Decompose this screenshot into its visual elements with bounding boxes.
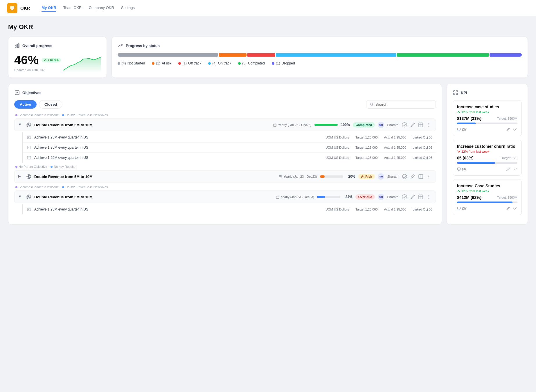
svg-rect-2 [15, 46, 16, 48]
legend-count: (1) [156, 61, 160, 65]
main-row: Objectives Active Closed Become a leader… [8, 84, 528, 225]
legend-label: Not Started [127, 61, 145, 65]
legend-row: (4) Not Started (1) At risk (1) Off trac… [118, 61, 522, 65]
breadcrumb-item: No Parent Objective [15, 165, 47, 168]
nav-company-okr[interactable]: Company OKR [89, 4, 114, 12]
kpi-title: KPI [461, 91, 467, 95]
comment-icon [457, 128, 461, 132]
tab-closed[interactable]: Closed [39, 100, 62, 109]
kr-actual: Actual 1,25,000 [384, 208, 406, 211]
kpi-item-2: Increase Case Studies 12% from last week… [453, 179, 522, 215]
objective-toggle[interactable]: ▼ [18, 122, 23, 127]
objective-period: Yearly (Jan 23 - Dec23) [273, 123, 311, 127]
svg-point-34 [429, 195, 429, 196]
kpi-item-title: Increase customer churn ratio [457, 144, 517, 149]
objective-progress-label: 20% [346, 175, 355, 179]
svg-point-26 [429, 176, 429, 177]
progress-strip [118, 53, 522, 57]
edit-action-icon[interactable] [409, 122, 416, 128]
kpi-comment: (3) [457, 128, 466, 132]
overall-progress-card: Overall progress 46% +16.3% Updated on 1… [8, 37, 107, 78]
progress-fill [320, 175, 325, 178]
trend-up-icon [44, 59, 47, 62]
kpi-target: Target: $500M [497, 196, 517, 199]
objective-progress-label: 100% [341, 123, 350, 127]
check-action-icon[interactable] [401, 194, 408, 200]
kpi-progress-bar [457, 202, 517, 203]
objectives-list: Become a leader in lowcodeDouble Revenue… [14, 113, 436, 214]
table-action-icon[interactable] [418, 173, 424, 180]
kpi-edit-icon[interactable] [506, 127, 510, 132]
svg-rect-43 [458, 168, 461, 170]
progress-fill [317, 196, 325, 198]
nav-my-okr[interactable]: My OKR [42, 4, 56, 12]
progress-status-title: Progress by status [126, 44, 160, 48]
target-icon [26, 194, 31, 199]
breadcrumb-item: Double Revenue in NewSales [62, 113, 108, 117]
objective-progress-bar [317, 196, 340, 198]
edit-action-icon[interactable] [409, 194, 416, 200]
top-nav: OKR My OKR Team OKR Company OKR Settings [0, 0, 536, 16]
objective-status: Completed [353, 122, 375, 127]
objective-title: Double Revenue from 5M to 10M [34, 175, 276, 179]
kpi-check-icon[interactable] [513, 167, 517, 171]
nav-settings[interactable]: Settings [121, 4, 135, 12]
kr-icon [27, 207, 31, 212]
svg-rect-10 [274, 124, 276, 126]
kpi-check-icon[interactable] [513, 206, 517, 211]
svg-point-35 [429, 197, 429, 197]
kr-actual: Actual 1,25,000 [384, 136, 406, 139]
kpi-footer-actions [506, 127, 517, 132]
svg-rect-31 [276, 196, 279, 198]
legend-count: (1) [182, 61, 187, 65]
check-action-icon[interactable] [401, 173, 408, 180]
objective-title: Double Revenue from 5M to 10M [34, 195, 273, 199]
legend-dot [208, 62, 211, 65]
breadcrumb-dot [62, 114, 64, 116]
search-box[interactable] [366, 100, 436, 109]
svg-point-21 [28, 176, 29, 177]
breadcrumb-dot [15, 186, 17, 188]
comment-icon [457, 167, 461, 171]
kpi-check-icon[interactable] [513, 127, 517, 132]
svg-point-32 [402, 195, 407, 199]
edit-action-icon[interactable] [409, 173, 416, 180]
check-action-icon[interactable] [401, 122, 408, 128]
nav-team-okr[interactable]: Team OKR [63, 4, 82, 12]
tab-active[interactable]: Active [14, 100, 37, 109]
svg-point-25 [429, 175, 429, 176]
legend-item: (1) Dropped [272, 61, 295, 65]
kpi-edit-icon[interactable] [506, 167, 510, 171]
more-action-icon[interactable] [426, 194, 432, 200]
kr-linked-obj: Linked Obj 06 [413, 146, 432, 149]
kpi-edit-icon[interactable] [506, 206, 510, 211]
kr-target: Target 1,25,000 [355, 136, 377, 139]
svg-rect-12 [419, 123, 423, 127]
objective-toggle[interactable]: ▼ [18, 194, 23, 199]
legend-label: Completed [248, 61, 265, 65]
kr-uom: UOM US Dollors [325, 146, 349, 149]
key-result-row: Achieve 1.25M every quarter in US UOM US… [23, 204, 436, 214]
legend-dot [152, 62, 154, 65]
progress-by-status-card: Progress by status (4) Not Started (1) A… [111, 37, 528, 78]
objective-toggle[interactable]: ▶ [18, 174, 23, 179]
more-action-icon[interactable] [426, 122, 432, 128]
search-input[interactable] [375, 102, 432, 107]
progress-fill [314, 124, 338, 126]
objective-actions [401, 173, 432, 180]
page-title: My OKR [8, 23, 528, 31]
target-icon [26, 174, 31, 179]
more-action-icon[interactable] [426, 173, 432, 180]
kpi-footer-actions [506, 206, 517, 211]
kr-actual: Actual 1,25,000 [384, 146, 406, 149]
nav-links: My OKR Team OKR Company OKR Settings [42, 4, 135, 12]
kr-uom: UOM US Dollors [325, 156, 349, 159]
table-action-icon[interactable] [418, 194, 424, 200]
table-action-icon[interactable] [418, 122, 424, 128]
kr-uom: UOM US Dollors [325, 208, 349, 211]
kpi-value-row: 65 (63%) Target: 120 [457, 156, 517, 160]
kpi-footer: (3) [457, 127, 517, 132]
key-result-row: Achieve 1.25M every quarter in US UOM US… [23, 132, 436, 143]
objectives-tabs-row: Active Closed [14, 100, 436, 109]
svg-point-11 [402, 123, 407, 127]
